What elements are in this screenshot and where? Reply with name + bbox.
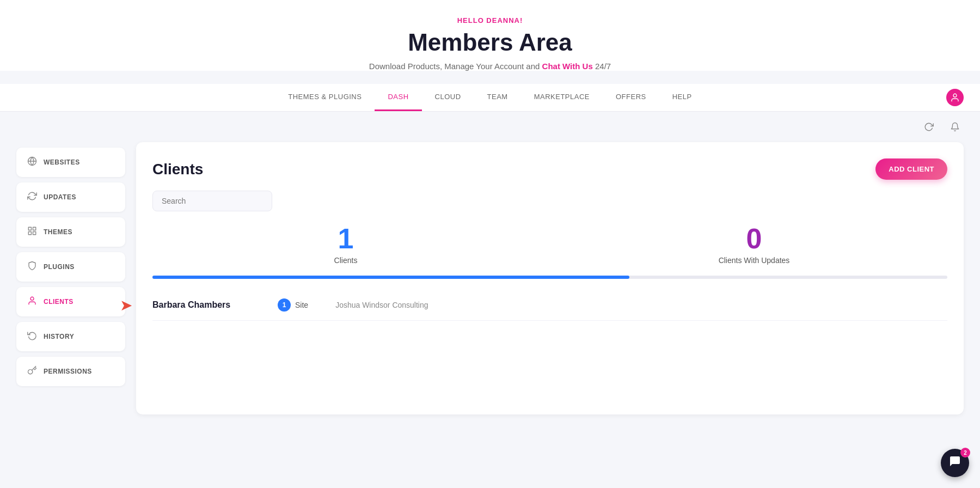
nav-bar: THEMES & PLUGINS DASH CLOUD TEAM MARKETP… [0,84,980,112]
add-client-button[interactable]: ADD CLIENT [875,158,947,180]
toolbar [0,112,980,142]
sidebar-label-history: HISTORY [44,333,74,340]
page-header: HELLO DEANNA! Members Area Download Prod… [0,0,980,71]
updates-icon [27,191,37,203]
subtitle-static: Download Products, Manage Your Account a… [369,62,540,71]
themes-icon [27,226,37,238]
sidebar-item-updates[interactable]: UPDATES [16,182,125,212]
sites-count-badge: 1 [278,298,291,312]
history-icon [27,331,37,343]
client-company: Joshua Windsor Consulting [335,301,428,309]
sidebar-item-websites[interactable]: WEBSITES [16,148,125,177]
arrow-indicator: ➤ [120,296,132,314]
sidebar-item-history[interactable]: HISTORY [16,322,125,351]
stat-clients-with-updates: 0 Clients With Updates [561,224,947,265]
chat-widget[interactable]: 2 [941,449,969,477]
sidebar-label-plugins: PLUGINS [44,263,75,271]
progress-bar [152,276,947,279]
tab-help[interactable]: HELP [659,84,705,111]
table-row[interactable]: ➤ Barbara Chambers 1 Site Joshua Windsor… [152,290,947,321]
globe-icon [27,156,37,168]
search-input[interactable] [152,191,272,211]
sidebar-item-clients[interactable]: CLIENTS [16,287,125,316]
sidebar: WEBSITES UPDATES THEMES [16,142,125,414]
avatar[interactable] [946,89,964,106]
sidebar-label-themes: THEMES [44,228,72,236]
plugins-icon [27,261,37,273]
stat-total-clients: 1 Clients [152,224,539,265]
client-name: Barbara Chambers [152,300,261,310]
sites-label: Site [295,301,308,309]
clients-header: Clients ADD CLIENT [152,158,947,180]
sidebar-label-websites: WEBSITES [44,158,80,166]
stat-total-clients-label: Clients [152,256,539,265]
tab-offers[interactable]: OFFERS [603,84,659,111]
stat-clients-with-updates-label: Clients With Updates [561,256,947,265]
svg-point-7 [30,297,34,300]
tab-dash[interactable]: DASH [375,84,421,111]
chat-icon [948,455,961,471]
chat-with-us-link[interactable]: Chat With Us [542,62,593,71]
sidebar-label-updates: UPDATES [44,193,76,201]
svg-point-0 [953,94,957,97]
svg-rect-6 [28,232,31,235]
main-layout: WEBSITES UPDATES THEMES [0,142,980,431]
stat-total-clients-number: 1 [152,224,539,253]
sidebar-label-permissions: PERMISSIONS [44,368,92,375]
page-title: Members Area [11,29,969,56]
tab-marketplace[interactable]: MARKETPLACE [521,84,603,111]
refresh-icon[interactable] [920,118,938,136]
tab-cloud[interactable]: CLOUD [422,84,474,111]
clients-panel: Clients ADD CLIENT 1 Clients 0 Clients W… [136,142,964,414]
stats-row: 1 Clients 0 Clients With Updates [152,224,947,265]
tab-themes-plugins[interactable]: THEMES & PLUGINS [275,84,375,111]
client-sites: 1 Site [278,298,308,312]
svg-rect-4 [33,227,36,230]
progress-bar-fill [152,276,629,279]
greeting-text: HELLO DEANNA! [11,16,969,25]
stat-clients-with-updates-number: 0 [561,224,947,253]
clients-panel-title: Clients [152,161,203,178]
chat-badge: 2 [960,448,970,457]
sidebar-label-clients: CLIENTS [44,298,74,306]
sidebar-item-plugins[interactable]: PLUGINS [16,252,125,282]
sidebar-item-permissions[interactable]: PERMISSIONS [16,357,125,386]
subtitle-suffix: 24/7 [595,62,611,71]
tab-team[interactable]: TEAM [474,84,521,111]
sidebar-item-themes[interactable]: THEMES [16,217,125,247]
svg-rect-3 [28,227,31,230]
notifications-icon[interactable] [946,118,964,136]
clients-icon [27,296,37,308]
svg-rect-5 [33,232,36,235]
permissions-icon [27,365,37,377]
nav-tabs: THEMES & PLUGINS DASH CLOUD TEAM MARKETP… [275,84,705,111]
subtitle: Download Products, Manage Your Account a… [11,62,969,71]
